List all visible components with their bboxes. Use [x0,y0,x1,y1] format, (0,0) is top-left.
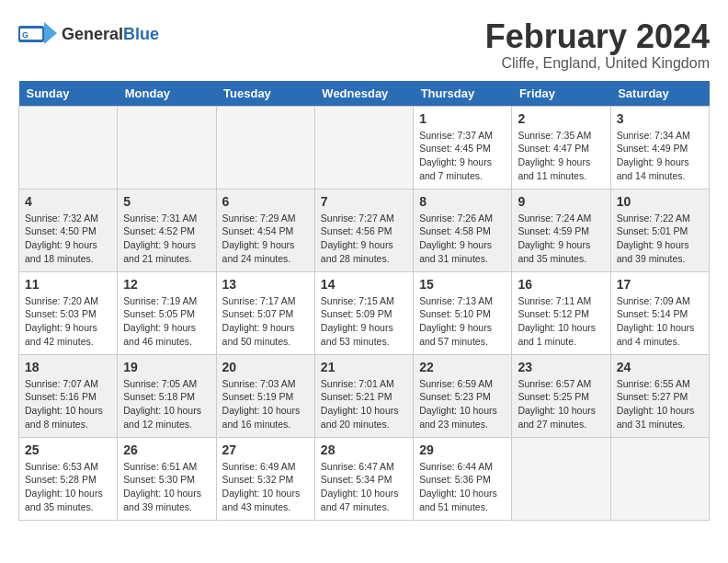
day-number: 12 [123,277,210,292]
day-info: Sunrise: 7:26 AM Sunset: 4:58 PM Dayligh… [419,212,506,266]
calendar-cell: 16Sunrise: 7:11 AM Sunset: 5:12 PM Dayli… [512,271,610,354]
day-number: 20 [222,360,309,374]
calendar-cell: 13Sunrise: 7:17 AM Sunset: 5:07 PM Dayli… [216,271,314,354]
day-info: Sunrise: 6:57 AM Sunset: 5:25 PM Dayligh… [518,377,604,431]
calendar-cell: 20Sunrise: 7:03 AM Sunset: 5:19 PM Dayli… [216,354,314,437]
calendar-cell: 23Sunrise: 6:57 AM Sunset: 5:25 PM Dayli… [512,354,610,437]
day-info: Sunrise: 7:27 AM Sunset: 4:56 PM Dayligh… [321,212,407,266]
weekday-header-friday: Friday [512,81,610,107]
day-info: Sunrise: 6:49 AM Sunset: 5:32 PM Dayligh… [222,460,309,514]
calendar-cell [19,106,118,189]
calendar-cell: 22Sunrise: 6:59 AM Sunset: 5:23 PM Dayli… [414,354,512,437]
day-number: 4 [25,194,111,209]
weekday-header-row: SundayMondayTuesdayWednesdayThursdayFrid… [19,81,710,107]
day-info: Sunrise: 7:19 AM Sunset: 5:05 PM Dayligh… [123,294,210,349]
day-number: 5 [123,194,210,209]
day-info: Sunrise: 7:22 AM Sunset: 5:01 PM Dayligh… [617,212,703,266]
day-info: Sunrise: 7:35 AM Sunset: 4:47 PM Dayligh… [518,129,604,183]
calendar-cell: 26Sunrise: 6:51 AM Sunset: 5:30 PM Dayli… [118,437,216,520]
title-section: February 2024 Cliffe, England, United Ki… [485,18,710,72]
calendar-cell: 7Sunrise: 7:27 AM Sunset: 4:56 PM Daylig… [314,189,413,271]
calendar-cell [314,106,413,189]
logo: G GeneralBlue [18,18,159,50]
calendar-cell: 6Sunrise: 7:29 AM Sunset: 4:54 PM Daylig… [216,189,314,271]
calendar-cell: 12Sunrise: 7:19 AM Sunset: 5:05 PM Dayli… [118,271,216,354]
calendar-cell [216,106,314,189]
day-number: 18 [25,360,111,374]
day-number: 9 [518,194,604,209]
header: G GeneralBlue February 2024 Cliffe, Engl… [18,18,710,72]
day-info: Sunrise: 7:32 AM Sunset: 4:50 PM Dayligh… [25,212,111,266]
day-number: 25 [25,442,111,457]
calendar-cell: 4Sunrise: 7:32 AM Sunset: 4:50 PM Daylig… [19,189,118,271]
day-info: Sunrise: 7:05 AM Sunset: 5:18 PM Dayligh… [123,377,210,431]
svg-text:G: G [22,30,28,40]
day-info: Sunrise: 7:20 AM Sunset: 5:03 PM Dayligh… [25,294,111,349]
day-number: 29 [419,442,506,457]
day-number: 8 [419,194,506,209]
week-row-5: 25Sunrise: 6:53 AM Sunset: 5:28 PM Dayli… [19,437,710,520]
day-number: 24 [617,360,703,374]
day-number: 6 [222,194,309,209]
day-number: 21 [321,360,407,374]
calendar-cell: 9Sunrise: 7:24 AM Sunset: 4:59 PM Daylig… [512,189,610,271]
day-number: 14 [321,277,407,292]
calendar-cell: 27Sunrise: 6:49 AM Sunset: 5:32 PM Dayli… [216,437,314,520]
day-info: Sunrise: 7:15 AM Sunset: 5:09 PM Dayligh… [321,294,407,349]
calendar-cell: 25Sunrise: 6:53 AM Sunset: 5:28 PM Dayli… [19,437,118,520]
day-info: Sunrise: 7:37 AM Sunset: 4:45 PM Dayligh… [419,129,506,183]
day-number: 2 [518,111,604,126]
day-number: 23 [518,360,604,374]
weekday-header-thursday: Thursday [414,81,512,107]
day-info: Sunrise: 7:07 AM Sunset: 5:16 PM Dayligh… [25,377,111,431]
day-number: 3 [617,111,703,126]
weekday-header-saturday: Saturday [610,81,709,107]
day-info: Sunrise: 7:24 AM Sunset: 4:59 PM Dayligh… [518,212,604,266]
day-info: Sunrise: 7:11 AM Sunset: 5:12 PM Dayligh… [518,294,604,349]
day-number: 1 [419,111,506,126]
calendar-title: February 2024 [485,18,710,55]
calendar-cell: 1Sunrise: 7:37 AM Sunset: 4:45 PM Daylig… [414,106,512,189]
week-row-2: 4Sunrise: 7:32 AM Sunset: 4:50 PM Daylig… [19,189,710,271]
day-number: 13 [222,277,309,292]
day-number: 10 [617,194,703,209]
calendar-cell [512,437,610,520]
day-info: Sunrise: 7:03 AM Sunset: 5:19 PM Dayligh… [222,377,309,431]
calendar-cell: 5Sunrise: 7:31 AM Sunset: 4:52 PM Daylig… [118,189,216,271]
calendar-cell: 2Sunrise: 7:35 AM Sunset: 4:47 PM Daylig… [512,106,610,189]
day-number: 17 [617,277,703,292]
calendar-cell: 29Sunrise: 6:44 AM Sunset: 5:36 PM Dayli… [414,437,512,520]
weekday-header-wednesday: Wednesday [314,81,413,107]
calendar-cell [118,106,216,189]
weekday-header-tuesday: Tuesday [216,81,314,107]
weekday-header-sunday: Sunday [19,81,118,107]
svg-marker-1 [44,22,57,44]
day-number: 15 [419,277,506,292]
day-info: Sunrise: 6:47 AM Sunset: 5:34 PM Dayligh… [321,460,407,514]
day-number: 19 [123,360,210,374]
day-info: Sunrise: 6:53 AM Sunset: 5:28 PM Dayligh… [25,460,111,514]
day-info: Sunrise: 6:44 AM Sunset: 5:36 PM Dayligh… [419,460,506,514]
day-number: 26 [123,442,210,457]
calendar-cell: 19Sunrise: 7:05 AM Sunset: 5:18 PM Dayli… [118,354,216,437]
logo-general: General [62,25,123,43]
day-info: Sunrise: 7:34 AM Sunset: 4:49 PM Dayligh… [617,129,703,183]
week-row-1: 1Sunrise: 7:37 AM Sunset: 4:45 PM Daylig… [19,106,710,189]
logo-icon: G [18,18,57,50]
day-info: Sunrise: 6:51 AM Sunset: 5:30 PM Dayligh… [123,460,210,514]
week-row-3: 11Sunrise: 7:20 AM Sunset: 5:03 PM Dayli… [19,271,710,354]
day-number: 22 [419,360,506,374]
calendar-cell: 14Sunrise: 7:15 AM Sunset: 5:09 PM Dayli… [314,271,413,354]
calendar-cell: 24Sunrise: 6:55 AM Sunset: 5:27 PM Dayli… [610,354,709,437]
week-row-4: 18Sunrise: 7:07 AM Sunset: 5:16 PM Dayli… [19,354,710,437]
day-number: 28 [321,442,407,457]
day-number: 7 [321,194,407,209]
calendar-cell: 3Sunrise: 7:34 AM Sunset: 4:49 PM Daylig… [610,106,709,189]
calendar-cell: 11Sunrise: 7:20 AM Sunset: 5:03 PM Dayli… [19,271,118,354]
day-info: Sunrise: 7:31 AM Sunset: 4:52 PM Dayligh… [123,212,210,266]
day-info: Sunrise: 6:59 AM Sunset: 5:23 PM Dayligh… [419,377,506,431]
calendar-cell: 21Sunrise: 7:01 AM Sunset: 5:21 PM Dayli… [314,354,413,437]
day-info: Sunrise: 7:29 AM Sunset: 4:54 PM Dayligh… [222,212,309,266]
calendar-cell: 28Sunrise: 6:47 AM Sunset: 5:34 PM Dayli… [314,437,413,520]
day-info: Sunrise: 7:01 AM Sunset: 5:21 PM Dayligh… [321,377,407,431]
